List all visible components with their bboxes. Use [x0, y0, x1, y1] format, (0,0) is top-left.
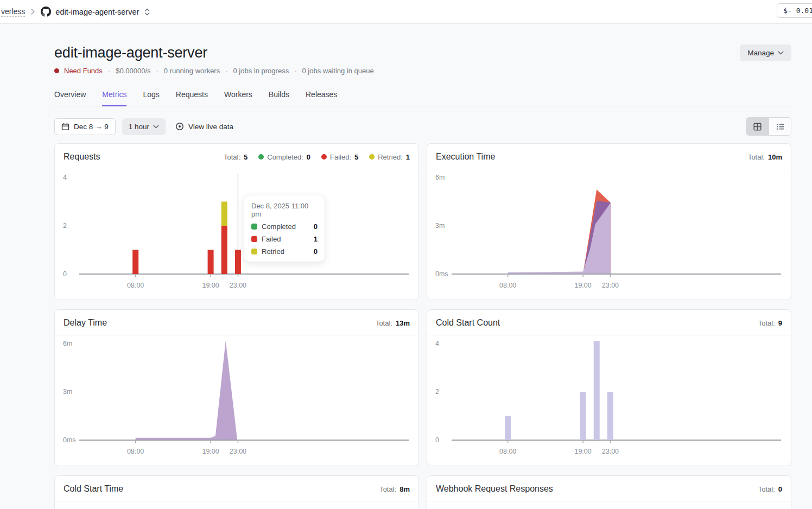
svg-text:0ms: 0ms — [435, 270, 448, 278]
completed-swatch — [251, 224, 257, 230]
svg-text:08:00: 08:00 — [127, 448, 144, 455]
card-title: Cold Start Count — [436, 318, 500, 328]
total-badge: Total:8m — [379, 485, 410, 493]
separator: · — [156, 67, 158, 75]
manage-button-label: Manage — [747, 49, 774, 57]
tab-builds[interactable]: Builds — [269, 90, 289, 106]
svg-text:2: 2 — [63, 222, 67, 230]
svg-text:0: 0 — [435, 436, 439, 444]
legend-failed: Failed:5 — [321, 153, 358, 161]
stat-running-workers: 0 running workers — [164, 67, 220, 75]
status-badge: Need Funds — [64, 67, 103, 75]
chart-tooltip: Dec 8, 2025 11:00 pm Completed0 Failed1 … — [244, 195, 325, 262]
svg-text:08:00: 08:00 — [499, 282, 516, 289]
tab-releases[interactable]: Releases — [306, 90, 337, 106]
date-range-label: Dec 8 → 9 — [74, 123, 109, 131]
total-badge: Total:5 — [224, 153, 248, 161]
breadcrumb-repo[interactable]: edit-image-agent-server — [41, 7, 139, 17]
retried-swatch — [251, 249, 257, 254]
stat-price: $0.00000/s — [116, 67, 150, 75]
svg-text:23:00: 23:00 — [602, 282, 619, 289]
tooltip-title: Dec 8, 2025 11:00 pm — [251, 202, 318, 218]
failed-swatch — [251, 236, 257, 242]
svg-text:19:00: 19:00 — [574, 282, 591, 289]
svg-text:4: 4 — [63, 174, 67, 181]
svg-text:19:00: 19:00 — [202, 448, 219, 455]
svg-text:3m: 3m — [435, 222, 445, 230]
card-execution-time: Execution Time Total:10m 0ms3m6m08:0019:… — [427, 143, 791, 300]
breadcrumb-serverless-link[interactable]: verless — [1, 7, 25, 17]
svg-text:6m: 6m — [63, 340, 72, 347]
card-webhook-request-responses: Webhook Request Responses Total:0 — [427, 475, 791, 509]
tab-workers[interactable]: Workers — [224, 90, 252, 106]
svg-text:08:00: 08:00 — [127, 282, 144, 289]
svg-text:6m: 6m — [435, 174, 445, 181]
interval-label: 1 hour — [129, 123, 149, 131]
main-content: edit-image-agent-server Manage Need Fund… — [0, 24, 812, 509]
tab-logs[interactable]: Logs — [143, 90, 159, 106]
card-title: Execution Time — [436, 152, 495, 162]
list-view-button[interactable] — [769, 118, 791, 135]
chevron-down-icon — [778, 51, 784, 55]
live-target-icon — [175, 122, 184, 131]
tab-requests[interactable]: Requests — [176, 90, 208, 106]
tab-bar: Overview Metrics Logs Requests Workers B… — [54, 90, 791, 106]
svg-text:19:00: 19:00 — [202, 282, 219, 289]
list-icon — [776, 123, 784, 130]
grid-view-button[interactable] — [746, 118, 769, 135]
top-bar: verless edit-image-agent-server $- 0.01 — [0, 0, 812, 24]
legend-retried: Retried:1 — [369, 153, 410, 161]
filter-toolbar: Dec 8 → 9 1 hour View live data — [54, 117, 791, 136]
svg-text:4: 4 — [435, 340, 439, 347]
card-title: Delay Time — [64, 318, 107, 328]
tooltip-row-failed: Failed1 — [251, 235, 318, 243]
view-live-data-label: View live data — [188, 123, 233, 131]
total-badge: Total:10m — [748, 153, 782, 161]
stat-jobs-in-progress: 0 jobs in progress — [233, 67, 289, 75]
breadcrumb-repo-name: edit-image-agent-server — [55, 8, 139, 16]
calendar-icon — [61, 123, 69, 131]
svg-text:23:00: 23:00 — [602, 448, 619, 455]
tab-overview[interactable]: Overview — [54, 90, 86, 106]
delay-time-chart[interactable]: 0ms3m6m08:0019:0023:00 — [55, 335, 419, 466]
svg-text:3m: 3m — [63, 388, 72, 396]
date-range-button[interactable]: Dec 8 → 9 — [54, 118, 116, 135]
repo-switcher-icon[interactable] — [144, 8, 150, 16]
page-title: edit-image-agent-server — [54, 44, 207, 61]
card-cold-start-time: Cold Start Time Total:8m — [54, 475, 419, 509]
total-badge: Total:13m — [376, 319, 410, 327]
separator: · — [108, 67, 110, 75]
tooltip-row-completed: Completed0 — [251, 222, 318, 231]
failed-dot — [321, 154, 327, 160]
card-title: Webhook Request Responses — [436, 484, 553, 494]
svg-text:2: 2 — [435, 388, 439, 396]
chevron-down-icon — [153, 125, 159, 129]
svg-text:08:00: 08:00 — [499, 448, 516, 455]
status-dot — [54, 68, 59, 73]
requests-chart[interactable]: 02408:0019:0023:00 — [55, 169, 419, 300]
tooltip-row-retried: Retried0 — [251, 247, 318, 256]
metrics-grid: Requests Total:5 Completed:0 Failed:5 Re… — [54, 143, 791, 509]
cold-start-count-chart[interactable]: 02408:0019:0023:00 — [427, 335, 791, 466]
manage-button[interactable]: Manage — [740, 44, 791, 61]
completed-dot — [258, 154, 264, 160]
view-live-data-button[interactable]: View live data — [175, 122, 233, 131]
interval-select[interactable]: 1 hour — [122, 118, 166, 135]
retried-dot — [369, 154, 375, 160]
github-icon — [41, 7, 51, 17]
execution-time-chart[interactable]: 0ms3m6m08:0019:0023:00 — [427, 169, 791, 300]
tab-metrics[interactable]: Metrics — [102, 90, 126, 106]
legend-completed: Completed:0 — [258, 153, 310, 161]
total-badge: Total:9 — [758, 319, 782, 327]
balance-indicator[interactable]: $- 0.01 — [777, 3, 812, 18]
grid-icon — [753, 123, 762, 131]
separator: · — [225, 67, 227, 75]
status-row: Need Funds · $0.00000/s · 0 running work… — [54, 67, 791, 75]
card-requests: Requests Total:5 Completed:0 Failed:5 Re… — [54, 143, 419, 300]
card-title: Requests — [64, 152, 100, 162]
view-toggle — [746, 117, 791, 136]
svg-text:0ms: 0ms — [63, 436, 76, 444]
total-badge: Total:0 — [758, 485, 782, 493]
svg-text:23:00: 23:00 — [230, 282, 246, 289]
stat-jobs-waiting: 0 jobs waiting in queue — [302, 67, 374, 75]
